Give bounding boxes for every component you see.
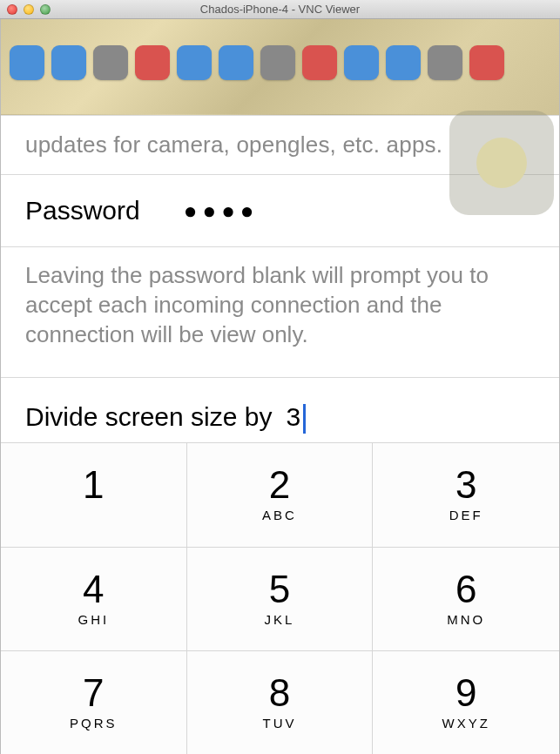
keypad-letters: WXYZ <box>442 716 489 731</box>
keypad-digit: 6 <box>455 570 476 609</box>
home-app-icon <box>260 45 295 80</box>
keypad-key-7[interactable]: 7PQRS <box>1 650 187 754</box>
divide-screen-row[interactable]: Divide screen size by 3 <box>1 377 559 442</box>
home-app-icon <box>51 45 86 80</box>
keypad-key-2[interactable]: 2ABC <box>187 442 374 546</box>
keypad-digit: 9 <box>455 674 476 712</box>
keypad-key-5[interactable]: 5JKL <box>187 547 374 650</box>
keypad-letters: DEF <box>449 508 483 523</box>
keypad-digit: 5 <box>269 570 290 609</box>
password-label: Password <box>25 196 140 226</box>
home-app-icon <box>177 45 212 80</box>
text-cursor-icon <box>303 404 306 434</box>
vnc-viewport: updates for camera, opengles, etc. apps.… <box>0 19 560 754</box>
keypad-key-6[interactable]: 6MNO <box>373 547 559 650</box>
divide-screen-value[interactable]: 3 <box>286 402 304 432</box>
window-titlebar: Chados-iPhone-4 - VNC Viewer <box>0 0 560 19</box>
keypad-digit: 1 <box>83 466 104 504</box>
divide-screen-value-text: 3 <box>286 402 300 431</box>
home-app-icon <box>10 45 44 80</box>
home-app-icon <box>428 45 462 80</box>
keypad-key-8[interactable]: 8TUV <box>187 650 374 754</box>
updates-description: updates for camera, opengles, etc. apps. <box>25 131 442 158</box>
keypad-key-4[interactable]: 4GHI <box>1 547 187 650</box>
window-title: Chados-iPhone-4 - VNC Viewer <box>0 3 560 16</box>
password-field[interactable]: ●●●● <box>184 198 260 225</box>
keypad-digit: 8 <box>269 674 290 712</box>
keypad-digit: 3 <box>455 466 476 504</box>
password-helper-text: Leaving the password blank will prompt y… <box>1 247 559 377</box>
keypad-letters: TUV <box>262 716 296 731</box>
keypad-letters: MNO <box>447 612 485 628</box>
keypad-key-9[interactable]: 9WXYZ <box>373 650 559 754</box>
home-app-icon <box>219 45 253 80</box>
remote-home-screen-preview <box>1 19 559 115</box>
keypad-key-3[interactable]: 3DEF <box>373 442 559 546</box>
home-app-icon <box>93 45 128 80</box>
keypad-digit: 4 <box>83 570 104 609</box>
keypad-letters: ABC <box>262 508 297 523</box>
keypad-letters: JKL <box>265 612 295 628</box>
home-app-icon <box>135 45 170 80</box>
camera-shortcut-icon[interactable] <box>449 111 554 215</box>
traffic-lights <box>7 4 51 15</box>
minimize-window-button[interactable] <box>24 4 34 15</box>
camera-lens-icon <box>476 138 527 188</box>
home-app-icon <box>344 45 379 80</box>
updates-section: updates for camera, opengles, etc. apps. <box>1 115 559 175</box>
divide-screen-label: Divide screen size by <box>25 402 272 432</box>
keypad-key-1[interactable]: 1 <box>1 442 187 546</box>
maximize-window-button[interactable] <box>40 4 51 15</box>
keypad-letters: PQRS <box>70 716 118 731</box>
keypad-digit: 7 <box>83 674 104 712</box>
home-app-icon <box>469 45 504 80</box>
keypad-digit: 2 <box>269 466 290 504</box>
numeric-keypad: 12ABC3DEF4GHI5JKL6MNO7PQRS8TUV9WXYZ <box>1 442 559 754</box>
home-app-icon <box>386 45 421 80</box>
home-app-icon <box>302 45 337 80</box>
keypad-letters: GHI <box>78 612 109 628</box>
close-window-button[interactable] <box>7 4 17 15</box>
